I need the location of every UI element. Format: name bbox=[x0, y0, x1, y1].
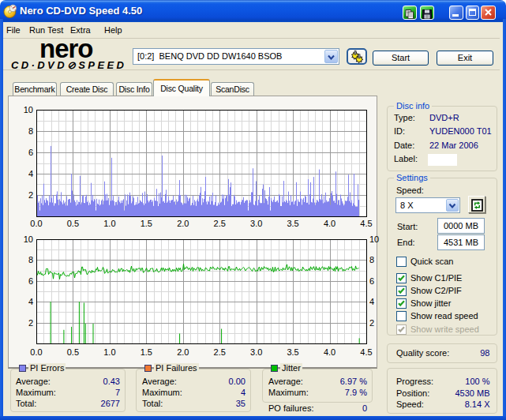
svg-text:3.5: 3.5 bbox=[287, 219, 298, 228]
svg-text:0.5: 0.5 bbox=[67, 347, 79, 357]
svg-text:10: 10 bbox=[369, 234, 379, 244]
svg-text:10: 10 bbox=[24, 234, 33, 244]
svg-text:0.0: 0.0 bbox=[30, 347, 42, 357]
svg-text:8: 8 bbox=[28, 126, 33, 136]
svg-text:1.0: 1.0 bbox=[103, 219, 115, 228]
svg-text:3.0: 3.0 bbox=[250, 219, 262, 228]
svg-text:6: 6 bbox=[28, 276, 33, 286]
svg-text:3.5: 3.5 bbox=[287, 347, 298, 357]
svg-text:6: 6 bbox=[369, 276, 374, 286]
svg-text:2.0: 2.0 bbox=[177, 219, 189, 228]
svg-text:4: 4 bbox=[369, 297, 374, 306]
svg-text:1.5: 1.5 bbox=[141, 347, 152, 357]
svg-text:8: 8 bbox=[369, 255, 374, 264]
svg-text:6: 6 bbox=[28, 148, 33, 157]
svg-text:1.5: 1.5 bbox=[141, 219, 152, 228]
svg-text:0.0: 0.0 bbox=[30, 219, 42, 228]
svg-text:0.5: 0.5 bbox=[67, 219, 79, 228]
svg-text:2: 2 bbox=[28, 318, 33, 328]
svg-text:4.0: 4.0 bbox=[324, 219, 335, 228]
svg-text:4.5: 4.5 bbox=[360, 219, 372, 228]
svg-text:4.0: 4.0 bbox=[324, 347, 335, 357]
svg-text:2.0: 2.0 bbox=[177, 347, 189, 357]
svg-text:2.5: 2.5 bbox=[214, 219, 226, 228]
svg-text:8: 8 bbox=[28, 255, 33, 264]
svg-text:1.0: 1.0 bbox=[103, 347, 115, 357]
svg-text:4.5: 4.5 bbox=[360, 347, 372, 357]
svg-text:4: 4 bbox=[28, 169, 33, 178]
svg-text:10: 10 bbox=[24, 105, 33, 114]
svg-text:3.0: 3.0 bbox=[250, 347, 262, 357]
svg-text:4: 4 bbox=[28, 297, 33, 306]
svg-text:2: 2 bbox=[28, 190, 33, 200]
svg-text:2: 2 bbox=[369, 318, 374, 328]
svg-text:2.5: 2.5 bbox=[214, 347, 226, 357]
